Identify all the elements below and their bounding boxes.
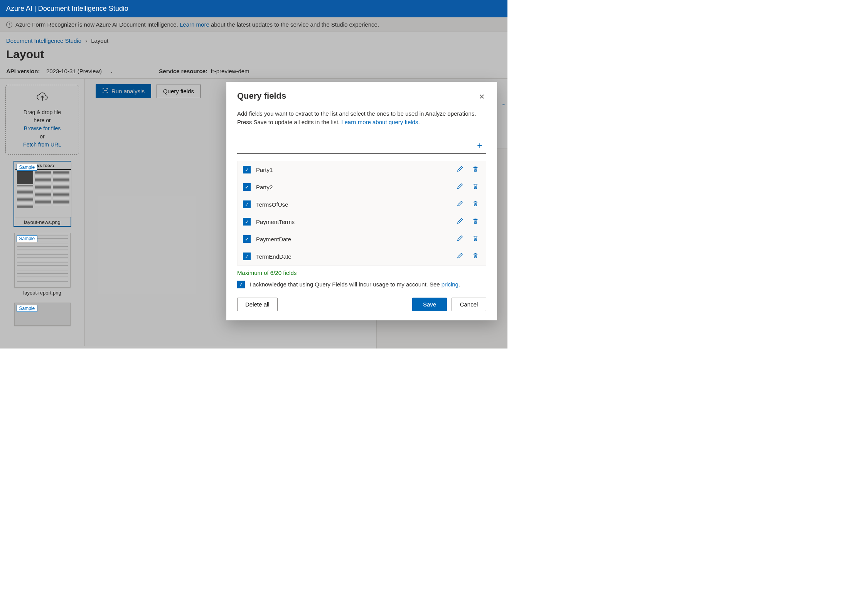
- field-checkbox[interactable]: ✓: [243, 166, 251, 173]
- field-row: ✓PaymentDate: [238, 231, 486, 248]
- field-row: ✓TermsOfUse: [238, 196, 486, 213]
- learn-more-query-fields-link[interactable]: Learn more about query fields: [341, 119, 418, 125]
- delete-icon[interactable]: [470, 252, 480, 261]
- field-name-label: Party1: [256, 167, 450, 173]
- field-count-message: Maximum of 6/20 fields: [237, 269, 486, 276]
- delete-icon[interactable]: [470, 200, 480, 209]
- edit-icon[interactable]: [455, 165, 465, 174]
- field-checkbox[interactable]: ✓: [243, 218, 251, 226]
- field-name-label: TermsOfUse: [256, 201, 450, 208]
- dialog-description: Add fields you want to extract to the li…: [237, 109, 486, 126]
- field-row: ✓TermEndDate: [238, 248, 486, 265]
- field-row: ✓Party1: [238, 161, 486, 178]
- field-name-label: Party2: [256, 184, 450, 190]
- field-name-label: TermEndDate: [256, 253, 450, 260]
- delete-icon[interactable]: [470, 165, 480, 174]
- field-list: ✓Party1✓Party2✓TermsOfUse✓PaymentTerms✓P…: [237, 161, 486, 266]
- add-field-input[interactable]: [237, 140, 473, 150]
- delete-all-button[interactable]: Delete all: [237, 298, 278, 311]
- field-row: ✓PaymentTerms: [238, 213, 486, 231]
- acknowledge-checkbox[interactable]: ✓: [237, 281, 245, 288]
- edit-icon[interactable]: [455, 235, 465, 244]
- edit-icon[interactable]: [455, 252, 465, 261]
- edit-icon[interactable]: [455, 217, 465, 226]
- save-button[interactable]: Save: [412, 298, 447, 311]
- app-header: Azure AI | Document Intelligence Studio: [0, 0, 507, 17]
- sample-badge: Sample: [17, 164, 38, 171]
- add-field-row: ＋: [237, 137, 486, 154]
- sample-badge: Sample: [17, 235, 38, 242]
- field-row: ✓Party2: [238, 178, 486, 196]
- app-brand: Azure AI | Document Intelligence Studio: [6, 5, 128, 13]
- cancel-button[interactable]: Cancel: [452, 298, 486, 311]
- field-name-label: PaymentDate: [256, 236, 450, 242]
- dialog-footer: Delete all Save Cancel: [237, 298, 486, 311]
- field-name-label: PaymentTerms: [256, 219, 450, 225]
- delete-icon[interactable]: [470, 217, 480, 226]
- delete-icon[interactable]: [470, 183, 480, 192]
- dialog-title: Query fields: [237, 91, 286, 101]
- edit-icon[interactable]: [455, 200, 465, 209]
- field-checkbox[interactable]: ✓: [243, 183, 251, 191]
- query-fields-dialog: Query fields ✕ Add fields you want to ex…: [226, 82, 497, 320]
- edit-icon[interactable]: [455, 183, 465, 192]
- field-checkbox[interactable]: ✓: [243, 235, 251, 243]
- pricing-link[interactable]: pricing: [442, 281, 458, 288]
- close-icon[interactable]: ✕: [477, 91, 486, 103]
- acknowledge-row: ✓ I acknowledge that using Query Fields …: [237, 281, 486, 288]
- field-checkbox[interactable]: ✓: [243, 253, 251, 260]
- field-checkbox[interactable]: ✓: [243, 200, 251, 208]
- sample-badge: Sample: [17, 305, 38, 312]
- add-field-button[interactable]: ＋: [473, 140, 486, 151]
- delete-icon[interactable]: [470, 235, 480, 244]
